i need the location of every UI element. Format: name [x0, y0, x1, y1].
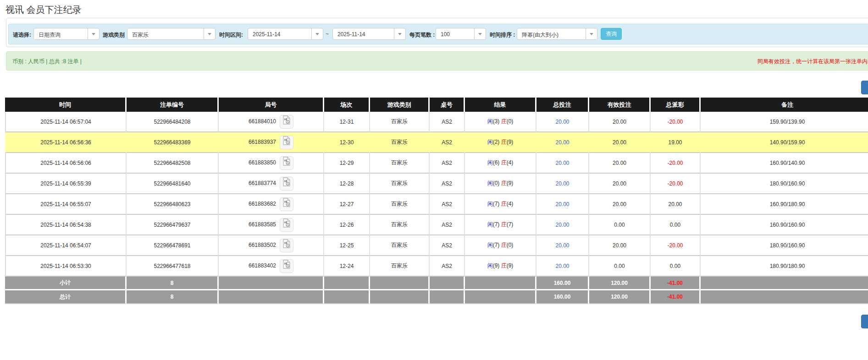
- table-header-row: 时间注单编号局号场次游戏类别桌号结果总投注有效投注总派彩备注: [5, 98, 868, 112]
- chevron-down-icon[interactable]: [474, 28, 486, 39]
- cell-time: 2025-11-14 06:57:04: [5, 112, 127, 132]
- chevron-down-icon[interactable]: [586, 28, 597, 39]
- chevron-down-icon[interactable]: [394, 28, 405, 39]
- cell-time: 2025-11-14 06:54:07: [5, 235, 127, 256]
- cell-result: 闲(7) 庄(4): [465, 194, 536, 215]
- column-header: 总投注: [536, 98, 589, 112]
- cell-table-no: AS2: [430, 194, 465, 215]
- table-row: 2025-11-14 06:54:38522966479637661883585…: [5, 215, 868, 235]
- video-replay-icon[interactable]: [280, 156, 293, 170]
- cell-session: 12-26: [324, 215, 370, 235]
- subtotal-row: 小计8160.00120.00-41.00: [5, 277, 868, 290]
- cell-table-no: AS2: [430, 215, 465, 235]
- banker-label: 庄: [501, 262, 507, 269]
- cell-table-no: AS2: [430, 256, 465, 277]
- video-replay-icon[interactable]: [280, 218, 293, 232]
- video-replay-icon[interactable]: [280, 177, 293, 191]
- total-empty: [370, 277, 430, 290]
- cell-valid-bet: 0.00: [589, 215, 651, 235]
- table-row: 2025-11-14 06:55:07522966480623661883682…: [5, 194, 868, 215]
- sort-order-select[interactable]: 降幂(由大到小): [517, 28, 597, 40]
- banker-label: 庄: [501, 201, 507, 207]
- chevron-down-icon[interactable]: [204, 28, 215, 39]
- cell-table-no: AS2: [430, 153, 465, 174]
- video-replay-icon[interactable]: [280, 197, 293, 211]
- player-label: 闲: [487, 118, 493, 125]
- total-count: 8: [127, 290, 219, 304]
- cell-total-bet: 20.00: [536, 153, 589, 174]
- cell-game-type: 百家乐: [370, 256, 430, 277]
- banker-label: 庄: [501, 221, 507, 228]
- column-header: 场次: [324, 98, 370, 112]
- cell-result: 闲(7) 庄(7): [465, 215, 536, 235]
- chevron-down-icon[interactable]: [88, 28, 99, 39]
- tilde-separator: ~: [326, 31, 329, 37]
- total-valid-bet: 120.00: [589, 290, 651, 304]
- cell-payout: -20.00: [651, 235, 701, 256]
- cell-bet-id: 522966477618: [127, 256, 219, 277]
- game-type-select[interactable]: 百家乐: [127, 28, 216, 40]
- video-replay-icon[interactable]: [280, 239, 293, 252]
- cell-result: 闲(2) 庄(9): [465, 132, 536, 153]
- scroll-bottom-button[interactable]: [861, 315, 868, 328]
- cell-time: 2025-11-14 06:54:38: [5, 215, 127, 235]
- game-type-label: 游戏类别: [103, 31, 125, 39]
- cell-payout: 0.00: [651, 215, 701, 235]
- table-row: 2025-11-14 06:54:07522966478691661883502…: [5, 235, 868, 256]
- cell-session: 12-24: [324, 256, 370, 277]
- scroll-top-button[interactable]: [861, 81, 868, 94]
- column-header: 有效投注: [589, 98, 651, 112]
- search-button[interactable]: 查询: [601, 28, 622, 40]
- total-valid-bet: 120.00: [589, 277, 651, 290]
- cell-valid-bet: 0.00: [589, 256, 651, 277]
- sort-order-label: 时间排序 :: [490, 31, 515, 39]
- total-payout: -41.00: [651, 290, 701, 304]
- cell-valid-bet: 20.00: [589, 112, 651, 132]
- cell-remark: 160.90/180.90: [701, 194, 868, 215]
- column-header: 总派彩: [651, 98, 701, 112]
- date-from-select[interactable]: 2025-11-14: [248, 28, 323, 40]
- cell-remark: 160.90/140.90: [701, 153, 868, 174]
- cell-total-bet: 20.00: [536, 194, 589, 215]
- cell-bet-id: 522966483369: [127, 132, 219, 153]
- cell-valid-bet: 20.00: [589, 153, 651, 174]
- query-type-select[interactable]: 日期查询: [33, 28, 100, 40]
- page-title: 视讯 会员下注纪录: [6, 4, 82, 16]
- summary-currency-count: 币别 : 人民币 | 总共 :8 注单 |: [12, 58, 82, 65]
- cell-game-type: 百家乐: [370, 235, 430, 256]
- cell-remark: 180.90/180.90: [701, 256, 868, 277]
- banker-label: 庄: [501, 159, 507, 166]
- table-row: 2025-11-14 06:57:04522966484208661884010…: [5, 112, 868, 132]
- column-header: 局号: [219, 98, 324, 112]
- cell-total-bet: 20.00: [536, 256, 589, 277]
- cell-bet-id: 522966481640: [127, 174, 219, 194]
- column-header: 时间: [5, 98, 127, 112]
- player-label: 闲: [487, 221, 493, 228]
- cell-bet-id: 522966482508: [127, 153, 219, 174]
- cell-payout: 19.00: [651, 132, 701, 153]
- cell-round-id: 661883774: [219, 174, 324, 194]
- player-label: 闲: [487, 159, 493, 166]
- date-to-select[interactable]: 2025-11-14: [332, 28, 406, 40]
- chevron-down-icon[interactable]: [311, 28, 323, 39]
- column-header: 注单编号: [127, 98, 219, 112]
- total-empty: [430, 290, 465, 304]
- cell-result: 闲(7) 庄(0): [465, 235, 536, 256]
- total-empty: [701, 277, 868, 290]
- cell-valid-bet: 20.00: [589, 194, 651, 215]
- page-size-select[interactable]: 100: [436, 28, 486, 40]
- cell-game-type: 百家乐: [370, 215, 430, 235]
- cell-round-id: 661883850: [219, 153, 324, 174]
- page: 视讯 会员下注纪录 请选择: 日期查询 游戏类别 百家乐 时间区间: 2025-…: [0, 0, 868, 360]
- cell-time: 2025-11-14 06:56:06: [5, 153, 127, 174]
- cell-payout: -20.00: [651, 153, 701, 174]
- total-empty: [219, 277, 324, 290]
- total-empty: [430, 277, 465, 290]
- cell-payout: 0.00: [651, 256, 701, 277]
- grandtotal-row: 总计8160.00120.00-41.00: [5, 290, 868, 304]
- video-replay-icon[interactable]: [280, 259, 293, 273]
- video-replay-icon[interactable]: [280, 115, 293, 129]
- video-replay-icon[interactable]: [280, 136, 293, 149]
- player-label: 闲: [487, 242, 493, 248]
- cell-round-id: 661883502: [219, 235, 324, 256]
